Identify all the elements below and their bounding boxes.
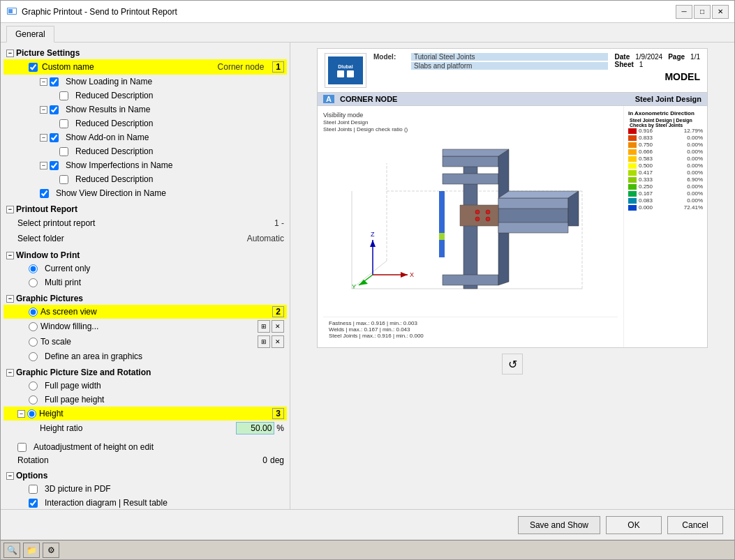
maximize-button[interactable]: □ (694, 5, 711, 19)
cancel-button[interactable]: Cancel (667, 516, 723, 534)
minimize-button[interactable]: ─ (676, 5, 692, 19)
show-imperfections-checkbox[interactable] (50, 161, 59, 170)
taskbar-settings-button[interactable]: ⚙ (43, 543, 59, 558)
svg-rect-34 (439, 240, 445, 247)
to-scale-radio[interactable] (29, 338, 38, 347)
legend-color-swatch (628, 142, 637, 148)
legend-val: 0.417 (639, 169, 653, 176)
pdf-3d-row: 3D picture in PDF (3, 482, 287, 496)
picture-size-rotation-label: Graphic Picture Size and Rotation (16, 368, 151, 377)
define-area-radio[interactable] (29, 352, 38, 361)
preview-3d-area: Visibility mode Steel Joint Design Steel… (318, 106, 623, 347)
legend-item: 0.833 0.00% (628, 135, 703, 141)
expand-addon-icon[interactable]: − (40, 134, 47, 142)
legend-item: 0.167 0.00% (628, 190, 703, 197)
window-filling-radio[interactable] (29, 322, 38, 331)
reduced-desc-3-checkbox[interactable] (59, 147, 68, 156)
show-addon-checkbox[interactable] (50, 133, 59, 142)
to-scale-icon1[interactable]: ⊞ (258, 335, 270, 348)
svg-point-28 (486, 217, 490, 221)
show-loading-checkbox[interactable] (50, 77, 59, 86)
rotation-unit: deg (270, 455, 284, 465)
expand-height-icon[interactable]: − (17, 410, 25, 418)
reduced-desc-2-checkbox[interactable] (59, 119, 68, 128)
height-row: − Height 3 (3, 407, 287, 421)
rotation-row: Rotation 0 deg (3, 454, 287, 467)
svg-text:Y: Y (352, 283, 356, 290)
expand-picture-settings-icon[interactable]: − (6, 50, 14, 57)
save-and-show-button[interactable]: Save and Show (518, 516, 600, 534)
printout-report-label: Printout Report (16, 204, 77, 214)
as-screen-view-radio[interactable] (29, 308, 38, 317)
height-ratio-label: Height ratio (40, 423, 236, 433)
legend-percent: 12.79% (684, 128, 703, 134)
expand-picture-size-icon[interactable]: − (6, 369, 14, 377)
rotation-label: Rotation (17, 455, 262, 465)
autoadjustment-checkbox[interactable] (17, 443, 27, 452)
height-ratio-input[interactable] (236, 422, 274, 434)
taskbar-search-button[interactable]: 🔍 (3, 543, 20, 558)
section-picture-size-rotation[interactable]: − Graphic Picture Size and Rotation (3, 366, 287, 379)
to-scale-icon2[interactable]: ✕ (272, 335, 284, 348)
full-page-height-radio[interactable] (29, 395, 38, 404)
page-value: 1/1 (690, 53, 700, 61)
svg-marker-44 (359, 280, 368, 285)
svg-text:X: X (410, 271, 414, 278)
legend-color-swatch (628, 184, 637, 190)
section-title-letter: A (323, 95, 334, 103)
meta-sub-row: Slabs and platform (373, 62, 608, 70)
ok-button[interactable]: OK (606, 516, 662, 534)
legend-percent: 0.00% (687, 142, 703, 148)
expand-window-to-print-icon[interactable]: − (6, 252, 14, 259)
svg-marker-22 (498, 191, 579, 198)
footer-line1: Fastness | max.: 0.916 | min.: 0.003 (329, 320, 612, 326)
section-options[interactable]: − Options (3, 469, 287, 482)
full-page-width-radio[interactable] (29, 381, 38, 391)
legend-color-swatch (628, 163, 637, 169)
reduced-desc-1-checkbox[interactable] (59, 91, 68, 100)
reduced-desc-4-checkbox[interactable] (59, 175, 68, 184)
meta-model-row: Model: Tutorial Steel Joints (373, 53, 608, 61)
legend-val: 0.750 (639, 142, 653, 148)
legend-item: 0.750 0.00% (628, 142, 703, 148)
window-filling-icon2[interactable]: ✕ (272, 320, 284, 333)
current-only-radio[interactable] (29, 264, 38, 273)
show-results-checkbox[interactable] (50, 105, 59, 114)
custom-name-checkbox[interactable] (29, 63, 38, 72)
show-imperfections-label: Show Imperfections in Name (66, 160, 172, 170)
legend-percent: 0.00% (687, 197, 703, 204)
as-screen-view-row: As screen view 2 (3, 305, 287, 319)
expand-graphic-pictures-icon[interactable]: − (6, 295, 14, 303)
multi-print-radio[interactable] (29, 278, 38, 287)
reduced-desc-2-row: Reduced Description (3, 116, 287, 130)
taskbar-folder-button[interactable]: 📁 (23, 543, 40, 558)
pdf-3d-checkbox[interactable] (29, 485, 38, 494)
expand-loading-icon[interactable]: − (40, 78, 47, 86)
preview-legend: In Axonometric Direction Steel Joint Des… (623, 106, 707, 347)
section-window-to-print[interactable]: − Window to Print (3, 249, 287, 262)
legend-item: 0.333 6.90% (628, 176, 703, 183)
window-filling-label: Window filling... (40, 321, 98, 331)
tab-general[interactable]: General (6, 26, 54, 43)
expand-results-icon[interactable]: − (40, 106, 47, 114)
window-filling-icon1[interactable]: ⊞ (258, 320, 270, 333)
close-button[interactable]: ✕ (712, 5, 729, 19)
expand-options-icon[interactable]: − (6, 472, 14, 480)
height-radio[interactable] (27, 409, 36, 418)
show-loading-label: Show Loading in Name (66, 77, 152, 86)
refresh-button[interactable]: ↺ (502, 354, 523, 374)
autoadjustment-label: Autoadjustment of height on edit (34, 442, 154, 452)
expand-printout-icon[interactable]: − (6, 206, 14, 213)
show-view-direction-checkbox[interactable] (40, 189, 49, 198)
section-picture-settings[interactable]: − Picture Settings (3, 47, 287, 59)
svg-rect-32 (439, 222, 445, 233)
legend-val: 0.333 (639, 176, 653, 183)
section-graphic-pictures[interactable]: − Graphic Pictures (3, 292, 287, 305)
interaction-diagram-checkbox[interactable] (29, 499, 38, 508)
select-report-value: 1 - (274, 218, 284, 228)
svg-marker-18 (443, 149, 509, 156)
to-scale-row: To scale ⊞ ✕ (3, 334, 287, 349)
section-printout-report[interactable]: − Printout Report (3, 203, 287, 215)
expand-imperfections-icon[interactable]: − (40, 162, 47, 169)
svg-text:Z: Z (371, 231, 375, 238)
